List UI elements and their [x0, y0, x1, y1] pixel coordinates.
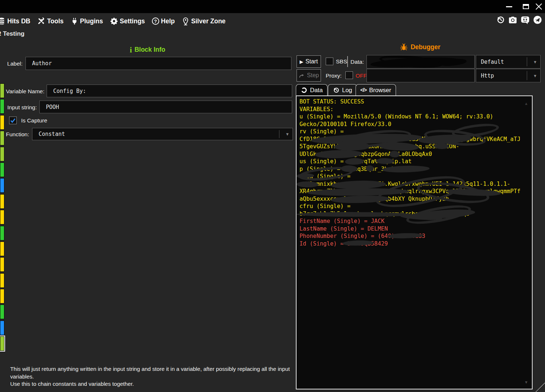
telegram-icon — [533, 15, 542, 24]
wordlist-type-dropdown[interactable]: Default ▼ — [476, 55, 541, 68]
redaction-scribble — [297, 212, 413, 217]
redaction-scribble — [376, 158, 394, 164]
log-line: u (Single) = Mozilla/5.0 (Windows NT 6.1… — [299, 113, 525, 121]
block-chip[interactable] — [0, 178, 4, 193]
menu-item-silver-zone[interactable]: Silver Zone — [182, 17, 226, 26]
scroll-up-arrow[interactable]: ▲ — [524, 101, 528, 106]
block-chip[interactable] — [0, 83, 4, 98]
telegram-button[interactable] — [533, 15, 542, 24]
log-history-icon — [333, 87, 340, 94]
block-chip[interactable] — [0, 289, 4, 303]
block-chip[interactable] — [0, 336, 4, 351]
menu-label: Settings — [120, 17, 145, 25]
plug-icon — [71, 17, 78, 25]
tab-browser[interactable]: </> Browser — [356, 84, 396, 95]
description-line: Use this to chain constants and variable… — [10, 380, 291, 388]
variable-name-caption: Variable Name: — [0, 88, 44, 95]
start-button[interactable]: ▶ Start — [297, 55, 321, 68]
redaction-scribble — [297, 181, 318, 187]
database-icon — [0, 17, 5, 25]
log-line: Id (Single) = 17485qb58429 — [299, 240, 525, 248]
maximize-button[interactable] — [519, 0, 533, 13]
bug-icon — [400, 43, 408, 51]
step-icon — [299, 73, 305, 78]
sbs-label: SBS — [336, 58, 347, 65]
dropdown-separator — [527, 71, 527, 80]
variable-name-value: Config By: — [53, 88, 86, 94]
block-chip[interactable] — [0, 321, 4, 335]
proxy-input[interactable] — [366, 69, 475, 82]
minimize-button[interactable] — [502, 0, 516, 13]
block-list — [0, 83, 5, 352]
proxy-type-value: Http — [481, 72, 494, 79]
sbs-checkbox[interactable] — [326, 58, 333, 65]
tab-label: Data — [310, 87, 323, 94]
block-chip[interactable] — [0, 99, 4, 114]
data-ring-icon — [301, 87, 307, 94]
block-chip[interactable] — [0, 162, 4, 177]
menu-label: Help — [161, 17, 175, 25]
step-button[interactable]: Step — [297, 69, 321, 82]
menu-label: Plugins — [80, 17, 103, 25]
menu-item-help[interactable]: ? Help — [152, 17, 175, 25]
tab-data[interactable]: Data — [296, 84, 328, 95]
is-capture-checkbox[interactable] — [9, 117, 17, 124]
input-string-input[interactable]: POOH — [39, 101, 292, 113]
block-info-header: i Block Info — [0, 46, 295, 54]
block-chip[interactable] — [0, 242, 4, 256]
block-chip[interactable] — [0, 194, 4, 209]
tab-label: Log — [342, 87, 352, 94]
scroll-down-arrow[interactable]: ▼ — [524, 380, 528, 384]
proxy-type-dropdown[interactable]: Http ▼ — [476, 69, 541, 82]
proxy-status: OFF — [356, 72, 367, 79]
close-icon — [535, 3, 543, 11]
chevron-down-icon: ▼ — [286, 132, 289, 137]
debug-output[interactable]: BOT STATUS: SUCCESSVARIABLES:u (Single) … — [296, 95, 533, 389]
page-title: R Testing — [0, 30, 24, 38]
log-line: LastName (Single) = DELMEN — [299, 225, 525, 233]
variable-name-input[interactable]: Config By: — [47, 85, 292, 97]
menu-item-hits-db[interactable]: Hits DB — [0, 17, 30, 25]
block-chip[interactable] — [0, 257, 4, 272]
discord-icon — [521, 15, 530, 24]
resize-grip[interactable] — [536, 382, 545, 392]
close-button[interactable] — [533, 0, 545, 13]
location-pin-icon — [182, 17, 189, 26]
is-capture-label: Is Capture — [21, 117, 47, 124]
block-chip[interactable] — [0, 115, 4, 130]
history-icon — [496, 15, 505, 24]
tab-log[interactable]: Log — [328, 84, 357, 95]
data-input[interactable] — [366, 55, 475, 68]
history-button[interactable] — [496, 15, 505, 24]
label-input[interactable]: Author — [26, 57, 291, 70]
menu-right-icons — [496, 15, 542, 24]
camera-button[interactable] — [508, 15, 517, 24]
tools-icon — [37, 17, 45, 25]
maximize-icon — [523, 4, 529, 9]
debugger-header: Debugger — [295, 43, 545, 51]
dropdown-separator — [527, 57, 527, 66]
proxy-checkbox[interactable] — [345, 71, 353, 79]
block-chip[interactable] — [0, 147, 4, 161]
menu-item-settings[interactable]: Settings — [110, 17, 145, 25]
code-icon: </> — [360, 87, 366, 93]
start-label: Start — [306, 58, 318, 65]
block-chip[interactable] — [0, 273, 4, 288]
function-dropdown[interactable]: Constant ▼ — [32, 128, 293, 140]
menu-item-plugins[interactable]: Plugins — [71, 17, 103, 25]
label-value: Author — [32, 60, 52, 67]
menu-item-tools[interactable]: Tools — [37, 17, 63, 25]
block-info-title: Block Info — [134, 46, 165, 54]
block-chip[interactable] — [0, 131, 4, 145]
block-chip[interactable] — [0, 305, 4, 319]
log-line: BOT STATUS: SUCCESS — [299, 98, 525, 106]
block-chip[interactable] — [0, 210, 4, 224]
title-bar — [0, 0, 545, 13]
redaction-scribble — [434, 143, 449, 149]
label-caption: Label: — [0, 60, 23, 67]
block-chip[interactable] — [0, 226, 4, 240]
discord-button[interactable] — [521, 15, 530, 24]
chevron-down-icon: ▼ — [534, 59, 536, 64]
wordlist-type-value: Default — [481, 59, 504, 65]
tab-label: Browser — [369, 87, 391, 94]
